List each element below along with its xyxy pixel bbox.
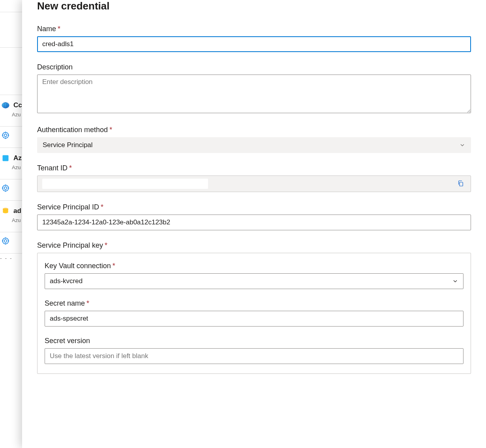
auth-method-value: Service Principal xyxy=(43,141,93,149)
svg-point-10 xyxy=(3,238,9,244)
secret-name-label: Secret name* xyxy=(45,299,463,308)
required-asterisk-icon: * xyxy=(69,164,72,172)
target-icon xyxy=(1,131,10,140)
globe-icon xyxy=(1,101,10,110)
bg-item-sub: Azu xyxy=(12,217,22,223)
tenant-id-field xyxy=(37,175,471,192)
bg-item-row[interactable]: Az Azu xyxy=(0,148,22,179)
bg-item-row[interactable]: Cc Azu xyxy=(0,95,22,127)
sp-id-label-text: Service Principal ID xyxy=(37,203,99,211)
secret-version-input[interactable] xyxy=(45,348,463,364)
name-group: Name* xyxy=(37,25,471,52)
secret-version-label: Secret version xyxy=(45,337,463,345)
database-icon xyxy=(1,206,10,216)
copy-tenant-id-button[interactable] xyxy=(456,178,466,190)
auth-method-label: Authentication method* xyxy=(37,126,471,134)
bg-item-title: ad xyxy=(13,207,21,215)
svg-point-3 xyxy=(3,133,9,138)
required-asterisk-icon: * xyxy=(58,25,60,33)
required-asterisk-icon: * xyxy=(101,203,103,211)
name-input[interactable] xyxy=(37,36,471,52)
kv-connection-group: Key Vault connection* ads-kvcred xyxy=(45,262,463,289)
tenant-id-group: Tenant ID* xyxy=(37,164,471,192)
chevron-down-icon xyxy=(459,142,465,148)
kv-connection-value: ads-kvcred xyxy=(50,277,83,285)
bg-item-row[interactable] xyxy=(0,232,22,254)
sp-key-label: Service Principal key* xyxy=(37,241,471,250)
bg-top-strip xyxy=(0,0,22,12)
name-label-text: Name xyxy=(37,25,56,33)
panel-title: New credential xyxy=(37,0,471,12)
required-asterisk-icon: * xyxy=(105,241,107,249)
bg-item-title: Cc xyxy=(13,101,22,109)
copy-icon xyxy=(457,180,464,188)
name-label: Name* xyxy=(37,25,471,33)
secret-name-input[interactable] xyxy=(45,311,463,327)
bg-item-row[interactable] xyxy=(0,179,22,201)
bg-item-sub: Azu xyxy=(12,112,22,118)
auth-method-label-text: Authentication method xyxy=(37,126,108,134)
bg-sub-strip xyxy=(0,12,22,48)
bg-item-sub: Azu xyxy=(12,164,22,170)
target-icon xyxy=(1,236,10,246)
secret-name-label-text: Secret name xyxy=(45,299,85,307)
required-asterisk-icon: * xyxy=(86,299,89,307)
bg-item-row[interactable]: ad Azu xyxy=(0,201,22,232)
svg-point-7 xyxy=(4,187,7,190)
new-credential-panel: New credential Name* Description Authent… xyxy=(22,0,486,448)
auth-method-group: Authentication method* Service Principal xyxy=(37,126,471,153)
tenant-id-masked-value xyxy=(42,179,208,189)
tenant-id-label: Tenant ID* xyxy=(37,164,471,172)
kv-connection-label-text: Key Vault connection xyxy=(45,262,111,270)
svg-rect-5 xyxy=(3,155,9,161)
required-asterisk-icon: * xyxy=(109,126,112,134)
description-label: Description xyxy=(37,63,471,71)
sp-id-label: Service Principal ID* xyxy=(37,203,471,211)
svg-rect-12 xyxy=(460,182,463,186)
bg-item-row[interactable] xyxy=(0,127,22,148)
required-asterisk-icon: * xyxy=(113,262,115,270)
target-icon xyxy=(1,183,10,193)
tenant-id-label-text: Tenant ID xyxy=(37,164,68,172)
kv-connection-select[interactable]: ads-kvcred xyxy=(45,273,463,289)
sp-id-group: Service Principal ID* xyxy=(37,203,471,230)
bg-row-spacer xyxy=(0,48,22,95)
description-textarea[interactable] xyxy=(37,75,471,113)
sp-key-label-text: Service Principal key xyxy=(37,241,103,249)
bg-dashes-row: - - - xyxy=(0,254,22,263)
chevron-down-icon xyxy=(452,278,458,284)
sp-key-fieldset: Key Vault connection* ads-kvcred Secret … xyxy=(37,253,471,374)
svg-point-11 xyxy=(4,240,7,243)
sp-key-group: Service Principal key* Key Vault connect… xyxy=(37,241,471,374)
bg-list: Cc Azu Az Azu xyxy=(0,48,22,263)
secret-name-group: Secret name* xyxy=(45,299,463,327)
description-group: Description xyxy=(37,63,471,115)
svg-point-4 xyxy=(4,134,7,137)
bg-item-title: Az xyxy=(13,154,22,162)
auth-method-select[interactable]: Service Principal xyxy=(37,137,471,153)
sp-id-input[interactable] xyxy=(37,215,471,230)
kv-connection-label: Key Vault connection* xyxy=(45,262,463,270)
square-icon xyxy=(1,153,10,163)
secret-version-group: Secret version xyxy=(45,337,463,364)
svg-point-6 xyxy=(3,185,9,191)
